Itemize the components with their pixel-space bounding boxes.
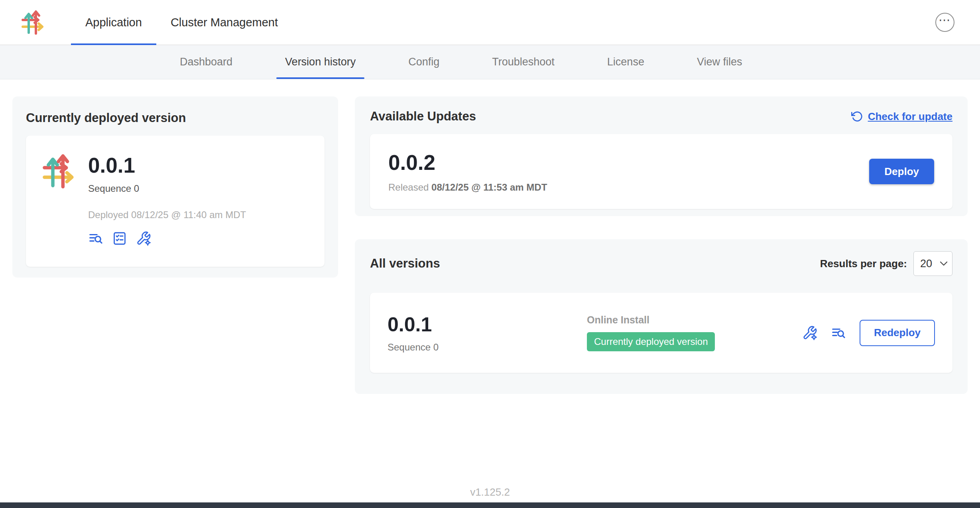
- header-tabs: Application Cluster Management: [71, 0, 292, 45]
- check-for-update-link[interactable]: Check for update: [851, 110, 952, 123]
- diff-icon[interactable]: [831, 325, 846, 341]
- all-versions-card: All versions Results per page: 20: [355, 239, 968, 394]
- results-per-page-select[interactable]: 20: [913, 251, 952, 276]
- row-sequence: Sequence 0: [388, 342, 587, 353]
- subnav-label: Troubleshoot: [492, 56, 555, 68]
- available-updates-title: Available Updates: [370, 109, 476, 124]
- app-logo: [11, 0, 55, 45]
- deployed-sequence: Sequence 0: [88, 183, 246, 194]
- row-install-type: Online Install: [587, 314, 649, 326]
- update-released-line: Released 08/12/25 @ 11:53 am MDT: [388, 182, 547, 193]
- subnav-label: Config: [408, 56, 439, 68]
- released-date: 08/12/25 @ 11:53 am MDT: [431, 182, 547, 193]
- bottom-bar: [0, 502, 980, 508]
- header-tab-cluster-management[interactable]: Cluster Management: [156, 0, 292, 45]
- subnav-item-version-history[interactable]: Version history: [285, 45, 356, 79]
- deployed-actions: [88, 231, 246, 246]
- available-updates-card: Available Updates Check for update 0.0.2: [355, 96, 968, 216]
- preflight-checks-icon[interactable]: [112, 231, 127, 246]
- header-tab-label: Cluster Management: [171, 16, 278, 29]
- ellipsis-icon: ⋯: [939, 14, 951, 26]
- update-version-number: 0.0.2: [388, 150, 547, 175]
- overflow-menu-button[interactable]: ⋯: [935, 13, 954, 32]
- deployed-version-detail: 0.0.1 Sequence 0 Deployed 08/12/25 @ 11:…: [26, 136, 325, 267]
- main-content: Currently deployed version 0.0.1 Sequenc…: [0, 79, 980, 394]
- subnav-item-dashboard[interactable]: Dashboard: [180, 45, 232, 79]
- check-for-update-label: Check for update: [868, 110, 952, 123]
- row-version-number: 0.0.1: [388, 313, 587, 336]
- currently-deployed-title: Currently deployed version: [26, 111, 325, 125]
- app-icon: [41, 153, 77, 249]
- edit-config-icon[interactable]: [136, 231, 151, 246]
- subnav-label: Version history: [285, 56, 356, 68]
- subnav-label: License: [607, 56, 644, 68]
- version-table-row: 0.0.1 Sequence 0 Online Install Currentl…: [370, 293, 952, 373]
- edit-config-icon[interactable]: [802, 325, 817, 341]
- subnav-item-license[interactable]: License: [607, 45, 644, 79]
- header-tab-application[interactable]: Application: [71, 0, 156, 45]
- right-column: Available Updates Check for update 0.0.2: [355, 96, 968, 394]
- top-header: Application Cluster Management ⋯: [0, 0, 980, 45]
- app-subnav: Dashboard Version history Config Trouble…: [0, 45, 980, 79]
- refresh-icon: [851, 110, 863, 122]
- subnav-item-config[interactable]: Config: [408, 45, 439, 79]
- subnav-label: Dashboard: [180, 56, 232, 68]
- currently-deployed-badge: Currently deployed version: [587, 332, 715, 351]
- results-per-page-label: Results per page:: [820, 258, 907, 270]
- all-versions-title: All versions: [370, 256, 440, 271]
- deploy-button[interactable]: Deploy: [869, 159, 934, 184]
- console-version: v1.125.2: [0, 486, 980, 498]
- deployed-version-number: 0.0.1: [88, 153, 246, 177]
- results-per-page-group: Results per page: 20: [820, 251, 952, 276]
- subnav-item-view-files[interactable]: View files: [697, 45, 742, 79]
- diff-icon[interactable]: [88, 231, 103, 246]
- deployed-timestamp: Deployed 08/12/25 @ 11:40 am MDT: [88, 209, 246, 221]
- subnav-item-troubleshoot[interactable]: Troubleshoot: [492, 45, 555, 79]
- currently-deployed-card: Currently deployed version 0.0.1 Sequenc…: [12, 96, 338, 278]
- subnav-label: View files: [697, 56, 742, 68]
- redeploy-button[interactable]: Redeploy: [860, 320, 935, 346]
- released-prefix: Released: [388, 182, 429, 193]
- header-tab-label: Application: [85, 16, 142, 29]
- available-update-row: 0.0.2 Released 08/12/25 @ 11:53 am MDT D…: [370, 134, 952, 209]
